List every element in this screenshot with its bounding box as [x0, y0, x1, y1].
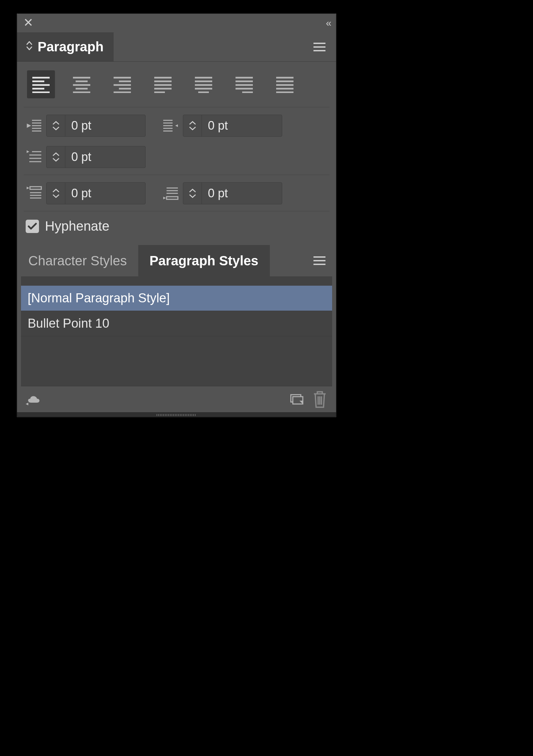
justify-center-button[interactable] — [190, 70, 218, 98]
tab-paragraph-styles[interactable]: Paragraph Styles — [138, 245, 270, 276]
tab-character-styles[interactable]: Character Styles — [17, 245, 138, 276]
space-after-input[interactable] — [202, 183, 282, 204]
styles-empty-area — [21, 336, 332, 386]
svg-marker-53 — [27, 187, 29, 189]
space-before-input[interactable] — [65, 183, 145, 204]
left-indent-field — [26, 115, 146, 137]
space-before-field — [26, 182, 146, 204]
left-indent-input[interactable] — [65, 115, 145, 136]
justify-all-button[interactable] — [271, 70, 299, 98]
style-item[interactable]: Bullet Point 10 — [21, 311, 332, 336]
stepper-arrows-icon[interactable] — [47, 115, 65, 136]
paragraph-panel: « Paragraph — [17, 13, 336, 417]
chevron-updown-icon — [26, 40, 33, 54]
tab-paragraph[interactable]: Paragraph — [17, 32, 114, 61]
spacing-section — [24, 175, 329, 211]
first-line-indent-stepper[interactable] — [46, 146, 146, 168]
panel-tab-row: Paragraph — [17, 32, 336, 62]
styles-panel: Character Styles Paragraph Styles [Norma… — [17, 245, 336, 412]
indent-section — [24, 107, 329, 175]
svg-rect-65 — [293, 397, 303, 404]
left-indent-stepper[interactable] — [46, 115, 146, 137]
svg-marker-47 — [175, 124, 178, 127]
svg-rect-62 — [167, 197, 178, 199]
right-indent-input[interactable] — [202, 115, 282, 136]
tab-label: Paragraph — [38, 39, 104, 54]
svg-marker-48 — [27, 150, 29, 153]
right-indent-stepper[interactable] — [183, 115, 282, 137]
stepper-arrows-icon[interactable] — [183, 115, 202, 136]
justify-left-button[interactable] — [149, 70, 177, 98]
new-style-icon[interactable] — [288, 391, 305, 408]
align-right-button[interactable] — [108, 70, 136, 98]
trash-icon[interactable] — [311, 391, 328, 408]
close-icon[interactable] — [24, 18, 33, 28]
first-line-indent-field — [26, 146, 146, 168]
align-center-button[interactable] — [68, 70, 96, 98]
space-before-stepper[interactable] — [46, 182, 146, 204]
svg-marker-63 — [26, 403, 28, 405]
space-after-field — [162, 182, 282, 204]
space-before-icon — [26, 185, 42, 202]
hyphenate-checkbox[interactable] — [26, 220, 39, 233]
space-after-icon — [162, 185, 179, 202]
cloud-libraries-icon[interactable] — [25, 391, 42, 408]
right-indent-icon — [162, 117, 179, 134]
styles-menu-icon[interactable] — [309, 256, 329, 266]
right-indent-field — [162, 115, 282, 137]
stepper-arrows-icon[interactable] — [47, 183, 65, 204]
panel-body: Hyphenate — [17, 62, 336, 245]
styles-tab-row: Character Styles Paragraph Styles — [17, 245, 336, 276]
stepper-arrows-icon[interactable] — [183, 183, 202, 204]
space-after-stepper[interactable] — [183, 182, 282, 204]
resize-grip[interactable] — [17, 412, 336, 417]
align-left-button[interactable] — [27, 70, 55, 98]
svg-marker-61 — [163, 197, 166, 199]
style-item[interactable]: [Normal Paragraph Style] — [21, 286, 332, 311]
panel-titlebar: « — [17, 14, 336, 32]
styles-list: [Normal Paragraph Style] Bullet Point 10 — [21, 286, 332, 336]
hyphenate-label: Hyphenate — [45, 219, 109, 234]
svg-marker-35 — [27, 124, 30, 127]
collapse-icon[interactable]: « — [326, 17, 329, 29]
styles-footer — [17, 386, 336, 412]
panel-menu-icon[interactable] — [309, 42, 329, 52]
first-line-indent-input[interactable] — [65, 146, 145, 168]
left-indent-icon — [26, 117, 42, 134]
alignment-row — [24, 70, 329, 107]
first-line-indent-icon — [26, 149, 42, 165]
justify-right-button[interactable] — [230, 70, 258, 98]
svg-rect-54 — [30, 187, 41, 189]
hyphenate-row: Hyphenate — [24, 211, 329, 242]
stepper-arrows-icon[interactable] — [47, 146, 65, 168]
